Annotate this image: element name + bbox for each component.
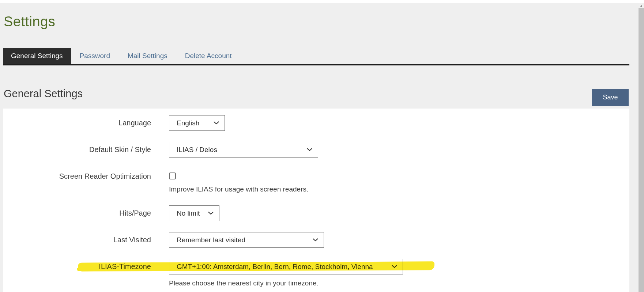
- timezone-help: Please choose the nearest city in your t…: [169, 279, 403, 287]
- scrollbar-thumb[interactable]: [639, 8, 644, 292]
- screen-reader-checkbox[interactable]: [169, 172, 176, 179]
- hits-select-value: No limit: [177, 209, 200, 217]
- general-settings-form: Language English Default Skin / Style IL…: [3, 109, 629, 292]
- last-visited-select-value: Remember last visited: [177, 236, 245, 244]
- language-select-value: English: [177, 119, 199, 127]
- top-white-strip: [0, 0, 644, 3]
- tab-bar: General Settings Password Mail Settings …: [3, 48, 241, 64]
- form-row-timezone: ILIAS-Timezone GMT+1:00: Amsterdam, Berl…: [3, 259, 629, 287]
- skin-select[interactable]: ILIAS / Delos: [169, 142, 318, 158]
- section-title: General Settings: [4, 88, 83, 100]
- skin-select-value: ILIAS / Delos: [177, 146, 217, 154]
- form-row-last-visited: Last Visited Remember last visited: [3, 232, 629, 248]
- save-button[interactable]: Save: [592, 89, 629, 106]
- tab-mail-settings[interactable]: Mail Settings: [119, 48, 176, 64]
- tab-delete-account-label: Delete Account: [185, 52, 232, 60]
- vertical-scrollbar[interactable]: ▲: [639, 3, 644, 292]
- tab-mail-settings-label: Mail Settings: [128, 52, 167, 60]
- tab-password-label: Password: [80, 52, 110, 60]
- language-select[interactable]: English: [169, 115, 225, 131]
- chevron-down-icon: [208, 212, 214, 215]
- tab-password[interactable]: Password: [71, 48, 119, 64]
- chevron-down-icon: [313, 238, 318, 242]
- last-visited-label: Last Visited: [3, 232, 151, 248]
- screen-reader-label: Screen Reader Optimization: [3, 168, 151, 184]
- timezone-label: ILIAS-Timezone: [3, 259, 151, 274]
- chevron-down-icon: [214, 121, 219, 125]
- last-visited-select[interactable]: Remember last visited: [169, 232, 324, 248]
- browser-viewport: Settings General Settings Password Mail …: [0, 0, 644, 292]
- hits-select[interactable]: No limit: [169, 205, 219, 221]
- hits-label: Hits/Page: [3, 205, 151, 221]
- timezone-select-value: GMT+1:00: Amsterdam, Berlin, Bern, Rome,…: [177, 263, 373, 271]
- tab-general-settings[interactable]: General Settings: [3, 48, 71, 64]
- page-title: Settings: [4, 14, 55, 30]
- screen-reader-help: Improve ILIAS for usage with screen read…: [169, 185, 308, 193]
- tab-delete-account[interactable]: Delete Account: [176, 48, 241, 64]
- tab-underline: [3, 64, 629, 65]
- form-row-screen-reader: Screen Reader Optimization Improve ILIAS…: [3, 168, 629, 193]
- chevron-down-icon: [307, 148, 312, 151]
- form-row-skin: Default Skin / Style ILIAS / Delos: [3, 142, 629, 158]
- tab-general-settings-label: General Settings: [11, 52, 63, 60]
- skin-label: Default Skin / Style: [3, 142, 151, 158]
- scrollbar-up-arrow-icon[interactable]: ▲: [639, 3, 644, 8]
- chevron-down-icon: [392, 265, 397, 268]
- language-label: Language: [3, 115, 151, 131]
- form-row-language: Language English: [3, 115, 629, 131]
- timezone-select[interactable]: GMT+1:00: Amsterdam, Berlin, Bern, Rome,…: [169, 259, 403, 274]
- form-row-hits: Hits/Page No limit: [3, 205, 629, 221]
